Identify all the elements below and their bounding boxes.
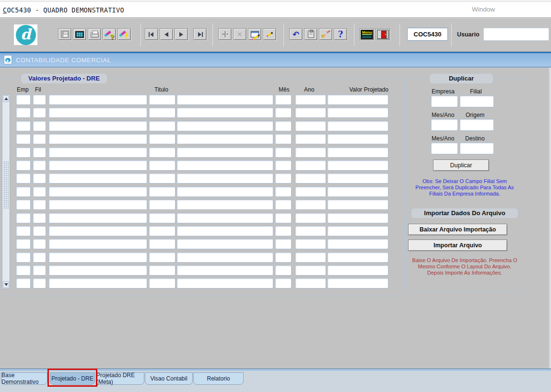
cell-mes-input[interactable] bbox=[275, 278, 292, 288]
cell-titulo-descricao-input[interactable] bbox=[176, 226, 273, 236]
cell-fil-input[interactable] bbox=[33, 121, 46, 131]
cell-descricao-input[interactable] bbox=[48, 239, 147, 249]
save-button[interactable] bbox=[58, 28, 71, 40]
next-record-button[interactable] bbox=[175, 28, 188, 40]
cell-fil-input[interactable] bbox=[33, 199, 46, 210]
cell-emp-input[interactable] bbox=[16, 199, 31, 210]
cell-valor-projetado-input[interactable] bbox=[327, 134, 388, 144]
cell-descricao-input[interactable] bbox=[48, 265, 147, 276]
cell-descricao-input[interactable] bbox=[48, 278, 147, 288]
mesano-origem-input[interactable] bbox=[431, 119, 458, 131]
cell-emp-input[interactable] bbox=[16, 173, 31, 184]
cell-mes-input[interactable] bbox=[275, 213, 292, 223]
cell-emp-input[interactable] bbox=[16, 213, 31, 223]
cell-descricao-input[interactable] bbox=[48, 173, 147, 184]
screen-grid-button[interactable] bbox=[73, 28, 86, 40]
cell-emp-input[interactable] bbox=[16, 147, 31, 158]
cell-ano-input[interactable] bbox=[295, 147, 326, 158]
cell-emp-input[interactable] bbox=[16, 186, 31, 197]
cell-valor-projetado-input[interactable] bbox=[327, 186, 388, 197]
cell-ano-input[interactable] bbox=[295, 121, 326, 131]
cell-ano-input[interactable] bbox=[295, 94, 326, 105]
edit-window-button[interactable] bbox=[248, 28, 261, 40]
cell-descricao-input[interactable] bbox=[48, 94, 147, 105]
print-button[interactable] bbox=[88, 28, 101, 40]
cell-titulo-codigo-input[interactable] bbox=[149, 239, 176, 249]
menu-button[interactable] bbox=[360, 28, 374, 40]
cell-mes-input[interactable] bbox=[275, 147, 292, 158]
tab-relatorio[interactable]: Relatorio bbox=[193, 372, 244, 385]
cell-descricao-input[interactable] bbox=[48, 134, 147, 144]
cell-fil-input[interactable] bbox=[33, 134, 46, 144]
cell-titulo-codigo-input[interactable] bbox=[149, 252, 176, 263]
tab-projetado-dre[interactable]: Projetado - DRE bbox=[50, 372, 95, 385]
cell-mes-input[interactable] bbox=[275, 94, 292, 105]
cell-titulo-descricao-input[interactable] bbox=[176, 107, 273, 118]
cell-fil-input[interactable] bbox=[33, 94, 46, 105]
destino-input[interactable] bbox=[459, 142, 494, 154]
duplicar-button[interactable]: Duplicar bbox=[433, 160, 489, 171]
cell-mes-input[interactable] bbox=[275, 252, 292, 263]
cell-ano-input[interactable] bbox=[295, 226, 326, 236]
execute-query-button[interactable] bbox=[117, 28, 131, 40]
cell-valor-projetado-input[interactable] bbox=[327, 239, 388, 249]
cell-ano-input[interactable] bbox=[295, 160, 326, 171]
tab-base-demonstrativo[interactable]: Base Demonstrativo bbox=[1, 372, 47, 385]
cell-emp-input[interactable] bbox=[16, 278, 31, 288]
cell-titulo-codigo-input[interactable] bbox=[149, 160, 176, 171]
cell-fil-input[interactable] bbox=[33, 107, 46, 118]
cell-descricao-input[interactable] bbox=[48, 213, 147, 223]
cell-descricao-input[interactable] bbox=[48, 252, 147, 263]
cell-ano-input[interactable] bbox=[295, 134, 326, 144]
cell-mes-input[interactable] bbox=[275, 186, 292, 197]
cell-mes-input[interactable] bbox=[275, 173, 292, 184]
cell-emp-input[interactable] bbox=[16, 160, 31, 171]
empresa-input[interactable] bbox=[431, 95, 458, 107]
first-record-button[interactable] bbox=[145, 28, 158, 40]
cell-ano-input[interactable] bbox=[295, 173, 326, 184]
cell-fil-input[interactable] bbox=[33, 160, 46, 171]
cell-descricao-input[interactable] bbox=[48, 186, 147, 197]
cell-titulo-codigo-input[interactable] bbox=[149, 121, 176, 131]
cell-mes-input[interactable] bbox=[275, 226, 292, 236]
insert-record-button[interactable] bbox=[218, 28, 232, 40]
help-button[interactable] bbox=[334, 28, 347, 40]
cell-titulo-descricao-input[interactable] bbox=[176, 94, 273, 105]
scrollbar-thumb[interactable] bbox=[3, 161, 9, 209]
cell-fil-input[interactable] bbox=[33, 252, 46, 263]
cell-mes-input[interactable] bbox=[275, 265, 292, 276]
cell-valor-projetado-input[interactable] bbox=[327, 252, 388, 263]
cell-titulo-descricao-input[interactable] bbox=[176, 265, 273, 276]
cell-titulo-descricao-input[interactable] bbox=[176, 147, 273, 158]
previous-record-button[interactable] bbox=[160, 28, 173, 40]
cell-valor-projetado-input[interactable] bbox=[327, 121, 388, 131]
cell-titulo-codigo-input[interactable] bbox=[149, 278, 176, 288]
cell-valor-projetado-input[interactable] bbox=[327, 107, 388, 118]
cell-emp-input[interactable] bbox=[16, 265, 31, 276]
cell-titulo-descricao-input[interactable] bbox=[176, 239, 273, 249]
mesano-destino-input[interactable] bbox=[431, 142, 458, 154]
cell-titulo-codigo-input[interactable] bbox=[149, 186, 176, 197]
cell-valor-projetado-input[interactable] bbox=[327, 213, 388, 223]
cell-valor-projetado-input[interactable] bbox=[327, 278, 388, 288]
exit-button[interactable] bbox=[375, 28, 390, 40]
cell-ano-input[interactable] bbox=[295, 213, 326, 223]
cell-titulo-descricao-input[interactable] bbox=[176, 252, 273, 263]
cut-hand-button[interactable] bbox=[319, 28, 332, 40]
delete-record-button[interactable] bbox=[233, 28, 246, 40]
cell-emp-input[interactable] bbox=[16, 226, 31, 236]
cell-titulo-descricao-input[interactable] bbox=[176, 173, 273, 184]
menu-item-window[interactable]: Window bbox=[472, 6, 495, 13]
enter-query-button[interactable] bbox=[103, 28, 116, 40]
record-scrollbar[interactable] bbox=[2, 94, 10, 289]
cell-fil-input[interactable] bbox=[33, 173, 46, 184]
origem-input[interactable] bbox=[459, 119, 494, 131]
cell-fil-input[interactable] bbox=[33, 147, 46, 158]
cell-titulo-codigo-input[interactable] bbox=[149, 265, 176, 276]
cell-ano-input[interactable] bbox=[295, 186, 326, 197]
cell-fil-input[interactable] bbox=[33, 278, 46, 288]
cell-titulo-codigo-input[interactable] bbox=[149, 213, 176, 223]
cell-valor-projetado-input[interactable] bbox=[327, 226, 388, 236]
cell-emp-input[interactable] bbox=[16, 239, 31, 249]
cell-valor-projetado-input[interactable] bbox=[327, 173, 388, 184]
